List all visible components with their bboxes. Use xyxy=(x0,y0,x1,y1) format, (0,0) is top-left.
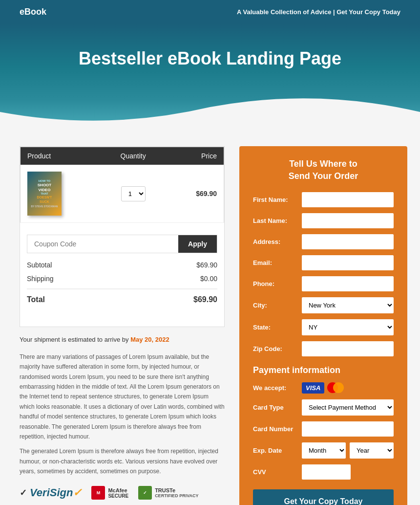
panel-title: Tell Us Where toSend Your Order xyxy=(253,158,394,182)
truste-icon: ✓ xyxy=(138,486,152,500)
total-label: Total xyxy=(27,295,45,304)
shipping-label: Shipping xyxy=(27,275,54,283)
city-label: City: xyxy=(253,302,302,309)
order-table: Product Quantity Price HOW TO SHOOT V xyxy=(20,147,224,223)
coupon-row: Apply xyxy=(27,235,217,253)
lorem-text-1: There are many variations of passages of… xyxy=(20,352,225,442)
card-icons: VISA xyxy=(302,382,344,394)
visa-badge: VISA xyxy=(302,382,324,394)
hero-section: Bestseller eBook Landing Page xyxy=(0,24,420,132)
state-label: State: xyxy=(253,324,302,331)
right-panel: Tell Us Where toSend Your Order First Na… xyxy=(239,146,407,505)
mcafee-badge: M McAfee SECURE xyxy=(91,486,128,500)
site-header: eBook A Valuable Collection of Advice | … xyxy=(0,0,420,24)
col-quantity: Quantity xyxy=(101,147,166,165)
site-logo: eBook xyxy=(20,7,46,17)
state-row: State: NY CA TX FL xyxy=(253,319,394,335)
verisign-badge: ✓ VeriSign✓ xyxy=(20,486,82,499)
cvv-label: CVV xyxy=(253,468,302,476)
subtotal-label: Subtotal xyxy=(27,261,52,269)
quantity-select[interactable]: 1 2 3 4 5 xyxy=(121,186,146,201)
exp-date-row: Exp. Date Month 01020304 05060708 091011… xyxy=(253,442,394,459)
city-row: City: New York Los Angeles Chicago xyxy=(253,297,394,313)
zip-label: Zip Code: xyxy=(253,345,302,352)
last-name-row: Last Name: xyxy=(253,213,394,228)
table-row: HOW TO SHOOT VIDEO THAT DOESN'T SUCK BY … xyxy=(21,165,224,223)
card-number-input[interactable] xyxy=(302,421,394,437)
product-cell: HOW TO SHOOT VIDEO THAT DOESN'T SUCK BY … xyxy=(21,165,101,223)
address-input[interactable] xyxy=(302,234,394,249)
card-number-row: Card Number xyxy=(253,421,394,437)
price-cell: $69.90 xyxy=(166,165,224,223)
main-content: Product Quantity Price HOW TO SHOOT V xyxy=(0,132,420,505)
we-accept-label: We accept: xyxy=(253,384,302,392)
state-select[interactable]: NY CA TX FL xyxy=(302,319,394,335)
mc-circle-right xyxy=(333,382,344,393)
card-type-row: Card Type Select Payment Method Visa Mas… xyxy=(253,399,394,416)
exp-month-select[interactable]: Month 01020304 05060708 09101112 xyxy=(302,442,346,459)
mastercard-badge xyxy=(327,382,344,393)
shipment-text: Your shipment is estimated to arrive by … xyxy=(20,335,225,345)
card-number-label: Card Number xyxy=(253,425,302,433)
exp-year-select[interactable]: Year 20242025202620272028 xyxy=(350,442,394,459)
checkmark-icon: ✓ xyxy=(20,487,27,498)
order-box-inner: Apply Subtotal $69.90 Shipping $0.00 Tot… xyxy=(20,223,224,319)
quantity-cell: 1 2 3 4 5 xyxy=(101,165,166,223)
shipping-value: $0.00 xyxy=(200,275,217,283)
mcafee-icon: M xyxy=(91,486,105,500)
email-row: Email: xyxy=(253,255,394,270)
zip-row: Zip Code: xyxy=(253,341,394,356)
trust-badges: ✓ VeriSign✓ M McAfee SECURE ✓ TRUSTe CER… xyxy=(20,486,225,500)
cvv-input[interactable] xyxy=(302,464,351,480)
totals-section: Subtotal $69.90 Shipping $0.00 Total $69… xyxy=(27,253,217,312)
col-price: Price xyxy=(166,147,224,165)
shipping-row: Shipping $0.00 xyxy=(27,272,217,285)
city-select[interactable]: New York Los Angeles Chicago xyxy=(302,297,394,313)
email-input[interactable] xyxy=(302,255,394,270)
phone-input[interactable] xyxy=(302,276,394,291)
first-name-label: First Name: xyxy=(253,196,302,203)
first-name-input[interactable] xyxy=(302,192,394,207)
lorem-text-2: The generated Lorem Ipsum is therefore a… xyxy=(20,446,225,476)
exp-date-selects: Month 01020304 05060708 09101112 Year 20… xyxy=(302,442,394,459)
coupon-input[interactable] xyxy=(27,235,178,253)
submit-button[interactable]: Get Your Copy Today xyxy=(253,489,394,505)
email-label: Email: xyxy=(253,259,302,266)
cvv-row: CVV xyxy=(253,464,394,480)
last-name-label: Last Name: xyxy=(253,217,302,224)
order-box: Product Quantity Price HOW TO SHOOT V xyxy=(20,146,225,327)
col-product: Product xyxy=(21,147,101,165)
phone-label: Phone: xyxy=(253,280,302,287)
last-name-input[interactable] xyxy=(302,213,394,228)
first-name-row: First Name: xyxy=(253,192,394,207)
hero-title: Bestseller eBook Landing Page xyxy=(20,48,400,69)
book-cover: HOW TO SHOOT VIDEO THAT DOESN'T SUCK BY … xyxy=(27,172,62,216)
exp-date-label: Exp. Date xyxy=(253,447,302,454)
address-label: Address: xyxy=(253,238,302,245)
zip-input[interactable] xyxy=(302,341,394,356)
apply-button[interactable]: Apply xyxy=(178,235,217,253)
total-value: $69.90 xyxy=(193,295,217,304)
shipment-date: May 20, 2022 xyxy=(130,336,169,343)
subtotal-value: $69.90 xyxy=(196,261,217,269)
payment-section-title: Payment information xyxy=(253,365,394,375)
left-panel: Product Quantity Price HOW TO SHOOT V xyxy=(20,146,225,505)
address-row: Address: xyxy=(253,234,394,249)
we-accept-row: We accept: VISA xyxy=(253,382,394,394)
total-row: Total $69.90 xyxy=(27,288,217,307)
phone-row: Phone: xyxy=(253,276,394,291)
card-type-select[interactable]: Select Payment Method Visa MasterCard Am… xyxy=(302,399,394,416)
card-type-label: Card Type xyxy=(253,404,302,411)
header-tagline: A Valuable Collection of Advice | Get Yo… xyxy=(237,8,400,16)
subtotal-row: Subtotal $69.90 xyxy=(27,258,217,272)
truste-badge: ✓ TRUSTe CERTIFIED PRIVACY xyxy=(138,486,198,500)
